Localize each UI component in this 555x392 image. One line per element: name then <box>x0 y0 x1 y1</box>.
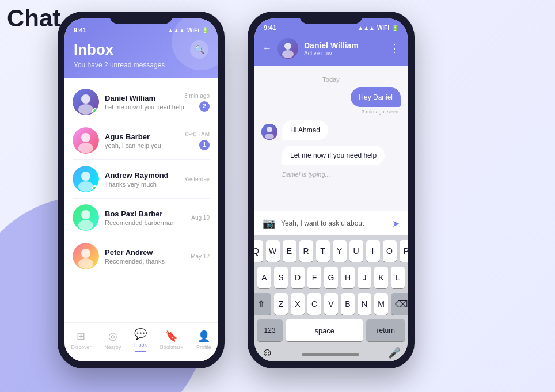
kb-h[interactable]: H <box>341 267 355 288</box>
chat-item-daniel[interactable]: Daniel William Let me now if you need he… <box>64 83 218 121</box>
chat-preview-andrew: Thanks very much <box>105 181 184 188</box>
kb-i[interactable]: I <box>366 240 380 262</box>
kb-v[interactable]: V <box>324 293 338 315</box>
nav-bookmark[interactable]: 🔖 Bookmark <box>160 330 184 350</box>
kb-delete[interactable]: ⌫ <box>391 293 408 315</box>
send-button[interactable]: ➤ <box>392 218 400 229</box>
kb-u[interactable]: U <box>349 240 363 262</box>
svg-point-17 <box>282 50 294 58</box>
phone-1-inner: 9:41 ▲▲▲ WiFi 🔋 Inbox 🔍 You have 2 unrea… <box>64 18 218 361</box>
notch-2 <box>299 12 363 24</box>
kb-k[interactable]: K <box>374 267 388 288</box>
kb-n[interactable]: N <box>358 293 371 315</box>
bubble-received-1: Hi Ahmad <box>282 120 328 140</box>
kb-space[interactable]: space <box>286 319 363 341</box>
kb-123[interactable]: 123 <box>257 319 283 341</box>
unread-badge-agus: 1 <box>199 140 210 150</box>
status-time-1: 9:41 <box>74 26 86 33</box>
kb-m[interactable]: M <box>374 293 388 315</box>
svg-point-7 <box>81 172 90 181</box>
chat-time-daniel: 3 min ago <box>184 93 210 99</box>
chat-preview-agus: yeah, i can help you <box>105 142 185 149</box>
kb-b[interactable]: B <box>341 293 355 315</box>
kb-row-3: ⇧ Z X C V B N M ⌫ <box>257 293 405 315</box>
typing-indicator: Daniel is typing... <box>282 171 401 178</box>
nav-discover[interactable]: ⊞ Discover <box>71 330 91 350</box>
kb-shift[interactable]: ⇧ <box>254 293 271 315</box>
kb-s[interactable]: S <box>274 267 288 288</box>
nav-inbox[interactable]: 💬 Inbox <box>134 328 147 352</box>
chat-name-daniel: Daniel William <box>105 94 184 102</box>
message-input[interactable] <box>281 219 386 227</box>
chat-item-bos[interactable]: Bos Paxi Barber Recomended barberman Aug… <box>64 199 218 237</box>
kb-c[interactable]: C <box>307 293 321 315</box>
kb-space-label: space <box>314 326 334 335</box>
notch-1 <box>109 12 173 24</box>
battery-icon-2: 🔋 <box>391 25 398 31</box>
keyboard: Q W E R T Y U I O P A S D F G <box>254 235 408 361</box>
kb-l[interactable]: L <box>391 267 405 288</box>
nav-profile-label: Profile <box>196 344 211 350</box>
more-options-button[interactable]: ⋮ <box>389 42 400 55</box>
chat-list: Daniel William Let me now if you need he… <box>64 78 218 318</box>
inbox-title: Inbox <box>74 41 113 59</box>
message-time-sent-1: 3 min ago, seen <box>362 109 401 115</box>
message-received-1: Hi Ahmad <box>261 120 401 140</box>
chat-item-agus[interactable]: Agus Barber yeah, i can help you 09:05 A… <box>64 121 218 159</box>
chat-info-andrew: Andrew Raymond Thanks very much <box>105 171 184 188</box>
chat-preview-daniel: Let me now if you need help <box>105 104 184 111</box>
back-button[interactable]: ← <box>263 43 272 54</box>
chat-item-peter[interactable]: Peter Andrew Recomended, thanks May 12 <box>64 237 218 275</box>
svg-point-8 <box>78 181 93 192</box>
unread-badge-daniel: 2 <box>199 101 210 112</box>
kb-o[interactable]: O <box>383 240 397 262</box>
kb-z[interactable]: Z <box>274 293 288 315</box>
svg-point-10 <box>81 210 90 219</box>
chat-name-bos: Bos Paxi Barber <box>105 210 191 218</box>
kb-return[interactable]: return <box>366 319 405 341</box>
discover-icon: ⊞ <box>77 330 85 342</box>
emoji-button[interactable]: ☺ <box>261 346 273 359</box>
svg-point-20 <box>265 134 274 139</box>
nav-profile[interactable]: 👤 Profile <box>196 330 211 350</box>
svg-point-1 <box>81 94 90 104</box>
messages-area: Today Hey Daniel 3 min ago, seen <box>254 66 408 211</box>
bubble-sent-1: Hey Daniel <box>351 87 401 107</box>
kb-last-row: ☺ 🎤 <box>257 344 405 359</box>
kb-d[interactable]: D <box>291 267 305 288</box>
kb-w[interactable]: W <box>266 240 280 262</box>
svg-point-14 <box>78 258 93 269</box>
kb-r[interactable]: R <box>299 240 313 262</box>
kb-row-2: A S D F G H J K L <box>257 267 405 288</box>
kb-p[interactable]: P <box>400 240 408 262</box>
chat-item-andrew[interactable]: Andrew Raymond Thanks very much Yesterda… <box>64 160 218 198</box>
chat-partner-name: Daniel William <box>304 41 383 50</box>
kb-g[interactable]: G <box>324 267 338 288</box>
nav-nearby-label: Nearby <box>104 344 121 350</box>
chat-meta-andrew: Yesterday <box>184 176 210 182</box>
chat-header-info: Daniel William Active now <box>304 41 383 56</box>
microphone-button[interactable]: 🎤 <box>388 347 401 359</box>
nav-inbox-label: Inbox <box>134 342 147 348</box>
received-avatar-1 <box>261 124 278 140</box>
bubble-received-2: Let me now if you need help <box>282 146 385 165</box>
kb-t[interactable]: T <box>316 240 330 262</box>
kb-e[interactable]: E <box>283 240 296 262</box>
camera-icon[interactable]: 📷 <box>263 217 275 230</box>
kb-q[interactable]: Q <box>254 240 263 262</box>
phone-inbox: 9:41 ▲▲▲ WiFi 🔋 Inbox 🔍 You have 2 unrea… <box>58 12 225 368</box>
kb-a[interactable]: A <box>257 267 271 288</box>
kb-f[interactable]: F <box>307 267 321 288</box>
phone-chat: 9:41 ▲▲▲ WiFi 🔋 ← <box>248 12 415 368</box>
chat-time-peter: May 12 <box>191 253 210 260</box>
nearby-icon: ◎ <box>108 330 117 342</box>
svg-point-16 <box>284 43 291 50</box>
nav-nearby[interactable]: ◎ Nearby <box>104 330 121 350</box>
kb-y[interactable]: Y <box>333 240 347 262</box>
date-divider: Today <box>261 76 401 83</box>
chat-name-peter: Peter Andrew <box>105 248 191 257</box>
chat-partner-status: Active now <box>304 50 383 56</box>
kb-j[interactable]: J <box>358 267 371 288</box>
signal-icon-2: ▲▲▲ <box>358 25 375 31</box>
kb-x[interactable]: X <box>291 293 305 315</box>
